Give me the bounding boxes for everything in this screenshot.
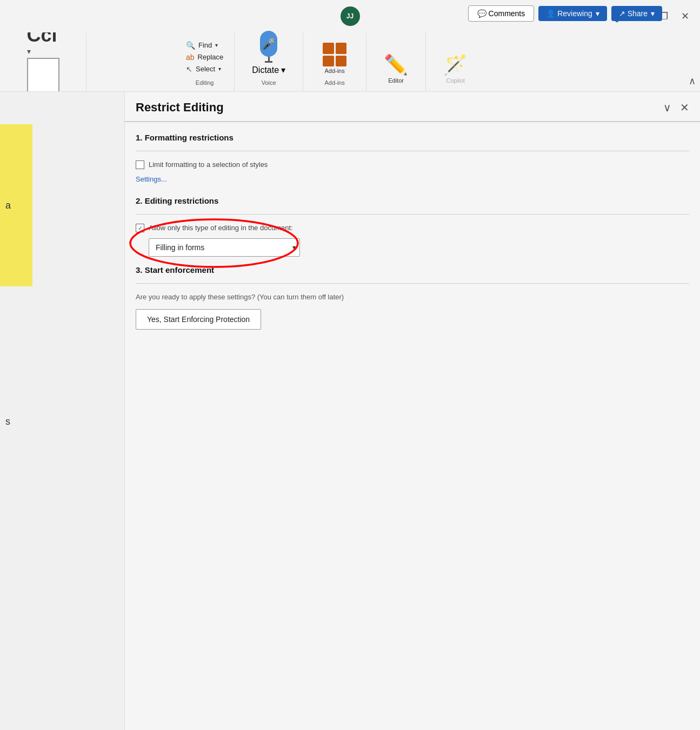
- panel-header: Restrict Editing ∨ ✕: [125, 92, 700, 122]
- grid-square-1: [323, 43, 334, 54]
- word-preview-page: ↙: [27, 58, 59, 91]
- restrict-editing-panel: Restrict Editing ∨ ✕ 1. Formatting restr…: [124, 92, 700, 730]
- section2-heading: 2. Editing restrictions: [136, 196, 689, 205]
- section3-heading: 3. Start enforcement: [136, 265, 689, 274]
- comments-button[interactable]: 💬 Comments: [468, 5, 535, 22]
- settings-link[interactable]: Settings...: [136, 175, 167, 183]
- voice-label: Voice: [262, 79, 276, 87]
- find-button[interactable]: 🔍 Find ▾: [184, 40, 225, 51]
- toolbar-collapse-button[interactable]: ∧: [689, 75, 696, 87]
- editing-label: Editing: [196, 79, 214, 87]
- editing-type-dropdown[interactable]: Tracked changes Comments Filling in form…: [149, 238, 300, 257]
- select-cursor-icon: ↖: [186, 65, 192, 73]
- formatting-checkbox-label: Limit formatting to a selection of style…: [149, 160, 268, 170]
- formatting-checkbox[interactable]: [136, 160, 144, 169]
- panel-title: Restrict Editing: [136, 101, 224, 115]
- doc-letter-s: s: [5, 416, 10, 427]
- editor-section: ✏️ Editor: [366, 32, 426, 91]
- dictate-label-row: Dictate ▾: [252, 65, 285, 75]
- title-bar: JJ 💡 — ❐ ✕ 💬 Comments 👤 Reviewing ▾ ↗ Sh…: [0, 0, 700, 32]
- reviewing-chevron-icon: ▾: [596, 9, 599, 18]
- grid-square-4: [336, 56, 347, 67]
- grid-square-3: [323, 56, 334, 67]
- red-circle-annotation: [125, 205, 309, 270]
- word-preview-text: Ccl: [27, 32, 57, 45]
- share-label: ↗ Share: [619, 9, 648, 18]
- panel-header-icons: ∨ ✕: [663, 101, 689, 114]
- section1-heading: 1. Formatting restrictions: [136, 133, 689, 142]
- addins-section-label: Add-ins: [324, 79, 344, 87]
- word-preview-dropdown[interactable]: ▾: [27, 47, 31, 56]
- formatting-checkbox-row: Limit formatting to a selection of style…: [136, 160, 689, 170]
- editing-checkbox-label: Allow only this type of editing in the d…: [149, 223, 293, 233]
- select-label: Select: [196, 65, 215, 73]
- word-preview: Ccl ▾ ↙: [23, 32, 64, 91]
- toolbar: Ccl ▾ ↙ 🔍 Find ▾ ab Replace ↖ Select ▾: [0, 32, 700, 92]
- yellow-sticky-note: [0, 124, 32, 286]
- section1-divider: [136, 151, 689, 151]
- replace-label: Replace: [198, 53, 224, 61]
- section3-divider: [136, 283, 689, 284]
- share-button[interactable]: ↗ Share ▾: [611, 6, 662, 21]
- editing-section: 🔍 Find ▾ ab Replace ↖ Select ▾ Editing: [86, 32, 235, 91]
- enforcement-section: 3. Start enforcement Are you ready to ap…: [136, 265, 689, 329]
- editing-checkbox-row: ✓ Allow only this type of editing in the…: [136, 223, 689, 233]
- voice-section: 🎤 Dictate ▾ Voice: [235, 32, 303, 91]
- addins-section: Add-ins Add-ins: [303, 32, 366, 91]
- doc-letter-a: a: [5, 200, 11, 211]
- mic-stem: [268, 57, 270, 61]
- editor-pen-icon: ✏️: [384, 53, 408, 76]
- replace-icon: ab: [186, 53, 195, 62]
- editor-label: Editor: [388, 77, 404, 84]
- dictate-label: Dictate: [252, 65, 279, 75]
- editing-checkbox[interactable]: ✓: [136, 224, 144, 232]
- reviewing-label: 👤 Reviewing: [546, 9, 592, 18]
- panel-body: 1. Formatting restrictions Limit formatt…: [125, 122, 700, 730]
- editing-checkbox-check-icon: ✓: [138, 225, 143, 232]
- toolbar-left: Ccl ▾ ↙: [0, 32, 86, 91]
- copilot-section: 🪄 Copilot: [426, 32, 485, 91]
- editing-type-dropdown-row: Tracked changes Comments Filling in form…: [149, 238, 689, 257]
- document-area: a s: [0, 92, 124, 730]
- reviewing-button[interactable]: 👤 Reviewing ▾: [538, 6, 606, 21]
- avatar[interactable]: JJ: [341, 6, 360, 26]
- editing-buttons: 🔍 Find ▾ ab Replace ↖ Select ▾: [184, 37, 225, 77]
- editing-type-dropdown-wrapper: Tracked changes Comments Filling in form…: [149, 238, 300, 257]
- search-icon: 🔍: [186, 41, 195, 50]
- start-enforcing-button[interactable]: Yes, Start Enforcing Protection: [136, 309, 261, 330]
- panel-collapse-icon[interactable]: ∨: [663, 101, 671, 114]
- editor-button[interactable]: ✏️ Editor: [377, 50, 415, 87]
- section2-divider: [136, 214, 689, 215]
- main-content: a s Restrict Editing ∨ ✕ 1. Formatting r…: [0, 92, 700, 730]
- addins-button[interactable]: Add-ins: [316, 39, 353, 77]
- copilot-icon: 🪄: [443, 53, 468, 76]
- grid-square-2: [336, 43, 347, 54]
- header-buttons: 💬 Comments 👤 Reviewing ▾ ↗ Share ▾: [468, 5, 662, 22]
- share-chevron-icon: ▾: [651, 9, 655, 18]
- panel-close-icon[interactable]: ✕: [680, 101, 689, 114]
- addins-grid-icon: [323, 43, 346, 66]
- dictate-button[interactable]: 🎤 Dictate ▾: [248, 29, 290, 77]
- mic-base: [265, 61, 272, 63]
- microphone-icon: 🎤: [260, 31, 277, 57]
- replace-button[interactable]: ab Replace: [184, 52, 225, 63]
- copilot-label: Copilot: [446, 77, 464, 84]
- select-button[interactable]: ↖ Select ▾: [184, 64, 225, 75]
- select-chevron-icon: ▾: [218, 66, 221, 72]
- find-chevron-icon: ▾: [215, 42, 218, 48]
- close-icon[interactable]: ✕: [681, 10, 689, 22]
- enforcement-description: Are you ready to apply these settings? (…: [136, 292, 689, 302]
- copilot-button[interactable]: 🪄 Copilot: [437, 50, 474, 87]
- dictate-arrow-icon: ▾: [281, 65, 285, 75]
- addins-label: Add-ins: [324, 68, 344, 74]
- page-corner-icon: ↙: [53, 90, 57, 91]
- find-label: Find: [198, 41, 212, 49]
